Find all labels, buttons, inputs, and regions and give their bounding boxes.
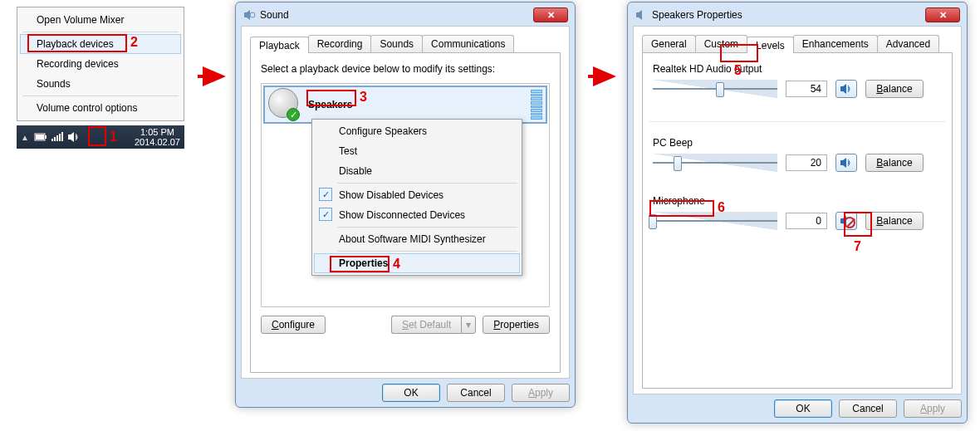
- tray-expand-icon[interactable]: ▲: [21, 133, 29, 142]
- sound-dialog: Sound ✕ Playback Recording Sounds Commun…: [235, 2, 576, 408]
- svg-rect-4: [54, 137, 56, 141]
- default-device-check-icon: ✓: [287, 108, 300, 121]
- pcbeep-volume-slider[interactable]: [653, 154, 777, 172]
- speakers-properties-dialog: Speakers Properties ✕ General Custom Lev…: [627, 2, 968, 424]
- set-default-button: Set Default: [391, 316, 461, 334]
- cancel-button[interactable]: Cancel: [839, 399, 897, 418]
- close-button[interactable]: ✕: [533, 7, 568, 22]
- configure-button[interactable]: Configure: [261, 316, 326, 334]
- playback-device-list[interactable]: ✓ Speakers Configure Speakers Test Disab…: [261, 83, 550, 307]
- close-button[interactable]: ✕: [925, 7, 960, 22]
- tab-general[interactable]: General: [642, 35, 696, 52]
- svg-marker-14: [840, 84, 846, 94]
- divider: [649, 121, 945, 122]
- tray-volume-context-menu: Open Volume Mixer Playback devices Recor…: [17, 7, 184, 121]
- playback-prompt: Select a playback device below to modify…: [261, 63, 550, 75]
- set-default-dropdown: ▾: [461, 316, 476, 334]
- speaker-icon: [635, 8, 648, 22]
- ctx-show-disconnected[interactable]: ✓ Show Disconnected Devices: [314, 205, 520, 225]
- tab-enhancements[interactable]: Enhancements: [793, 35, 878, 52]
- titlebar[interactable]: Sound ✕: [241, 7, 570, 26]
- tab-body-playback: Select a playback device below to modify…: [250, 52, 561, 373]
- level-meter-icon: [531, 90, 542, 120]
- mic-volume-slider[interactable]: [653, 212, 777, 230]
- menu-recording-devices[interactable]: Recording devices: [20, 54, 181, 74]
- device-context-menu: Configure Speakers Test Disable ✓ Show D…: [311, 119, 522, 276]
- btn-label: onfigure: [279, 319, 315, 331]
- tab-sounds[interactable]: Sounds: [370, 35, 423, 52]
- ctx-show-disabled[interactable]: ✓ Show Disabled Devices: [314, 185, 520, 205]
- battery-icon[interactable]: [34, 132, 47, 142]
- svg-rect-7: [61, 132, 63, 141]
- annotation-arrow: [196, 66, 229, 89]
- level-label: PC Beep: [653, 137, 942, 149]
- cancel-button[interactable]: Cancel: [447, 384, 505, 402]
- set-default-split-button[interactable]: Set Default ▾: [391, 316, 476, 334]
- level-section-pcbeep: PC Beep 20 Balance: [653, 137, 942, 172]
- tab-body-levels: Realtek HD Audio output 54 Balance PC Be…: [642, 52, 953, 389]
- ctx-separator: [337, 183, 517, 184]
- svg-point-11: [250, 12, 255, 17]
- window-title: Speakers Properties: [652, 9, 925, 21]
- apply-button: Apply: [512, 384, 570, 402]
- mic-volume-value[interactable]: 0: [786, 213, 827, 229]
- realtek-volume-value[interactable]: 54: [786, 81, 827, 97]
- ok-button[interactable]: OK: [774, 399, 832, 418]
- mic-balance-button[interactable]: Balance: [865, 212, 924, 230]
- volume-icon[interactable]: [67, 131, 81, 143]
- tab-advanced[interactable]: Advanced: [877, 35, 939, 52]
- tab-levels[interactable]: Levels: [747, 37, 794, 53]
- ctx-configure-speakers[interactable]: Configure Speakers: [314, 121, 520, 141]
- menu-sounds[interactable]: Sounds: [20, 74, 181, 94]
- realtek-mute-button[interactable]: [835, 80, 857, 98]
- realtek-volume-slider[interactable]: [653, 80, 777, 98]
- svg-rect-6: [59, 134, 61, 141]
- menu-playback-devices[interactable]: Playback devices: [20, 34, 181, 54]
- svg-marker-13: [636, 10, 642, 20]
- ctx-test[interactable]: Test: [314, 141, 520, 161]
- tab-recording[interactable]: Recording: [308, 35, 372, 52]
- checkmark-icon: ✓: [319, 188, 332, 201]
- svg-marker-10: [244, 10, 250, 20]
- pcbeep-balance-button[interactable]: Balance: [865, 154, 924, 172]
- level-label: Realtek HD Audio output: [653, 63, 942, 75]
- ctx-properties[interactable]: Properties: [314, 253, 520, 273]
- tab-communications[interactable]: Communications: [422, 35, 514, 52]
- ok-button[interactable]: OK: [382, 384, 440, 402]
- svg-rect-5: [56, 135, 58, 141]
- menu-separator: [22, 32, 179, 32]
- properties-button[interactable]: Properties: [483, 316, 550, 334]
- tray-date: 2014.02.07: [135, 137, 180, 147]
- device-name: Speakers: [308, 99, 352, 110]
- checkmark-icon: ✓: [319, 208, 332, 221]
- menu-volume-control-options[interactable]: Volume control options: [20, 98, 181, 118]
- tabstrip: General Custom Levels Enhancements Advan…: [642, 35, 953, 52]
- tab-custom[interactable]: Custom: [695, 35, 747, 52]
- wifi-icon[interactable]: [51, 132, 64, 142]
- ctx-separator: [337, 227, 517, 228]
- tabstrip: Playback Recording Sounds Communications: [250, 35, 561, 52]
- ctx-about-midi[interactable]: About Software MIDI Synthesizer: [314, 229, 520, 249]
- pcbeep-volume-value[interactable]: 20: [786, 154, 827, 171]
- svg-rect-2: [36, 135, 44, 140]
- ctx-disable[interactable]: Disable: [314, 161, 520, 181]
- sound-icon: [243, 8, 256, 22]
- menu-open-volume-mixer[interactable]: Open Volume Mixer: [20, 10, 181, 30]
- pcbeep-mute-button[interactable]: [835, 154, 857, 172]
- taskbar-tray: ▲ 1:05 PM 2014.02.07: [17, 125, 184, 149]
- titlebar[interactable]: Speakers Properties ✕: [633, 7, 962, 26]
- svg-marker-16: [840, 216, 846, 226]
- tab-playback[interactable]: Playback: [250, 37, 309, 53]
- mic-mute-button[interactable]: [835, 212, 857, 230]
- level-section-realtek: Realtek HD Audio output 54 Balance: [653, 63, 942, 98]
- level-label: Microphone: [653, 195, 942, 207]
- svg-marker-8: [68, 132, 74, 142]
- level-section-microphone: Microphone 0 Balance: [653, 195, 942, 230]
- apply-button: Apply: [904, 399, 962, 418]
- realtek-balance-button[interactable]: Balance: [865, 80, 924, 98]
- annotation-arrow: [586, 66, 620, 89]
- tray-clock[interactable]: 1:05 PM 2014.02.07: [135, 127, 180, 147]
- svg-rect-1: [45, 135, 47, 139]
- svg-marker-15: [840, 158, 846, 168]
- menu-separator: [22, 96, 179, 96]
